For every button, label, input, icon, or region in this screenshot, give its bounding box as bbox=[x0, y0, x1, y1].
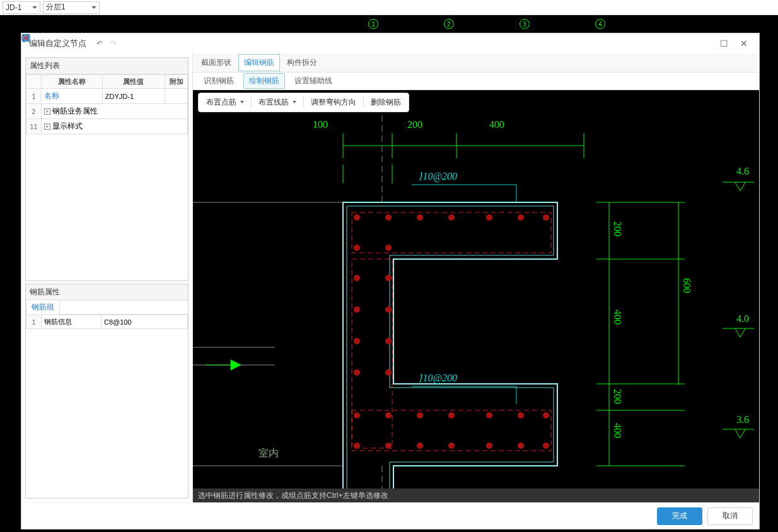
node-select[interactable]: JD-1 bbox=[3, 1, 40, 14]
main-toolbar: JD-1 分层1 bbox=[0, 0, 778, 15]
layer-select[interactable]: 分层1 bbox=[43, 1, 100, 14]
